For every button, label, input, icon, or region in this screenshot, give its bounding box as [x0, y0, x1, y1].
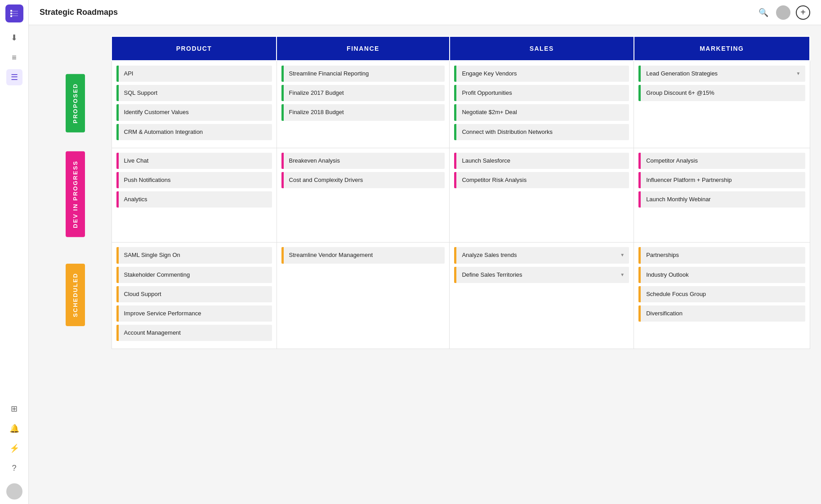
header-actions: 🔍 + — [756, 5, 810, 20]
card-text: Live Chat — [124, 157, 268, 165]
card-text: Launch Salesforce — [462, 157, 625, 165]
card-text: Competitor Analysis — [646, 157, 800, 165]
card[interactable]: Partnerships — [638, 247, 805, 263]
card-text: Account Management — [124, 329, 268, 337]
card[interactable]: Diversification — [638, 305, 805, 322]
cell-scheduled-product: SAML Single Sign OnStakeholder Commentin… — [112, 243, 277, 349]
sidebar-roadmap[interactable]: ☰ — [6, 69, 22, 85]
card[interactable]: Analytics — [116, 191, 272, 208]
card-text: Define Sales Territories — [462, 271, 617, 279]
sidebar: ⬇ ≡ ☰ ⊞ 🔔 ⚡ ? — [0, 0, 29, 504]
card-text: Stakeholder Commenting — [124, 271, 268, 279]
card-text: Streamline Financial Reporting — [289, 70, 441, 78]
card-text: Negotiate $2m+ Deal — [462, 108, 625, 116]
card-text: Industry Outlook — [646, 271, 800, 279]
card[interactable]: Competitor Analysis — [638, 153, 805, 169]
card[interactable]: Influencer Platform + Partnership — [638, 172, 805, 188]
cell-proposed-sales: Engage Key VendorsProfit OpportunitiesNe… — [450, 61, 634, 148]
sidebar-lightning[interactable]: ⚡ — [6, 440, 22, 456]
card-text: Cost and Complexity Drivers — [289, 176, 441, 184]
app-logo[interactable] — [5, 4, 23, 22]
card[interactable]: SAML Single Sign On — [116, 247, 272, 263]
sidebar-bell[interactable]: 🔔 — [6, 420, 22, 437]
cell-scheduled-sales: Analyze Sales trends▼Define Sales Territ… — [450, 243, 634, 349]
card[interactable]: API — [116, 66, 272, 82]
card[interactable]: Competitor Risk Analysis — [454, 172, 629, 188]
card[interactable]: Breakeven Analysis — [281, 153, 445, 169]
card[interactable]: Cost and Complexity Drivers — [281, 172, 445, 188]
col-header-marketing: MARKETING — [634, 36, 810, 61]
card[interactable]: Profit Opportunities — [454, 85, 629, 101]
sidebar-list[interactable]: ≡ — [6, 49, 22, 66]
card[interactable]: Push Notifications — [116, 172, 272, 188]
content-area: PRODUCT FINANCE SALES MARKETING PROPOSED… — [29, 25, 821, 504]
card[interactable]: Improve Service Performance — [116, 305, 272, 322]
sidebar-user-add[interactable]: ⊞ — [6, 401, 22, 417]
user-avatar[interactable] — [776, 5, 790, 20]
sidebar-download[interactable]: ⬇ — [6, 30, 22, 46]
card-text: SAML Single Sign On — [124, 251, 268, 259]
cell-dev-in-progress-sales: Launch SalesforceCompetitor Risk Analysi… — [450, 148, 634, 243]
card[interactable]: Streamline Vendor Management — [281, 247, 445, 263]
cell-dev-in-progress-finance: Breakeven AnalysisCost and Complexity Dr… — [277, 148, 450, 243]
card[interactable]: Group Discount 6+ @15% — [638, 85, 805, 101]
cell-dev-in-progress-marketing: Competitor AnalysisInfluencer Platform +… — [634, 148, 810, 243]
col-header-finance: FINANCE — [277, 36, 450, 61]
cell-proposed-marketing: Lead Generation Strategies▼Group Discoun… — [634, 61, 810, 148]
card-text: Influencer Platform + Partnership — [646, 176, 800, 184]
card-text: Schedule Focus Group — [646, 290, 800, 298]
sidebar-help[interactable]: ? — [6, 460, 22, 476]
main-area: Strategic Roadmaps 🔍 + PRODUCT FINANCE S… — [29, 0, 821, 504]
card[interactable]: Live Chat — [116, 153, 272, 169]
col-header-product: PRODUCT — [112, 36, 277, 61]
card[interactable]: Launch Salesforce — [454, 153, 629, 169]
card[interactable]: Finalize 2018 Budget — [281, 104, 445, 120]
add-button[interactable]: + — [796, 5, 810, 20]
card-text: API — [124, 70, 268, 78]
card-text: Lead Generation Strategies — [646, 70, 793, 78]
card-text: Analytics — [124, 195, 268, 203]
svg-rect-0 — [10, 10, 12, 12]
card-text: Group Discount 6+ @15% — [646, 89, 800, 97]
card-text: Competitor Risk Analysis — [462, 176, 625, 184]
row-label-proposed: PROPOSED — [40, 61, 112, 148]
card[interactable]: Analyze Sales trends▼ — [454, 247, 629, 263]
card[interactable]: Finalize 2017 Budget — [281, 85, 445, 101]
card[interactable]: Identify Customer Values — [116, 104, 272, 120]
row-label-text-proposed: PROPOSED — [66, 74, 85, 133]
card[interactable]: Account Management — [116, 325, 272, 341]
card[interactable]: Industry Outlook — [638, 267, 805, 283]
card-text: Analyze Sales trends — [462, 251, 617, 259]
svg-rect-1 — [10, 13, 12, 14]
card[interactable]: Cloud Support — [116, 286, 272, 302]
search-icon[interactable]: 🔍 — [756, 5, 771, 20]
card-text: Streamline Vendor Management — [289, 251, 441, 259]
card-text: Diversification — [646, 309, 800, 318]
card-text: CRM & Automation Integration — [124, 128, 268, 136]
roadmap-table: PRODUCT FINANCE SALES MARKETING PROPOSED… — [40, 36, 810, 349]
sidebar-avatar[interactable] — [6, 483, 22, 500]
card[interactable]: CRM & Automation Integration — [116, 124, 272, 140]
card[interactable]: Streamline Financial Reporting — [281, 66, 445, 82]
card[interactable]: Define Sales Territories▼ — [454, 267, 629, 283]
card-text: Push Notifications — [124, 176, 268, 184]
row-label-scheduled: SCHEDULED — [40, 243, 112, 349]
card[interactable]: Launch Monthly Webinar — [638, 191, 805, 208]
card[interactable]: Engage Key Vendors — [454, 66, 629, 82]
logo-icon — [9, 8, 20, 19]
page-title: Strategic Roadmaps — [40, 8, 749, 17]
card-text: Launch Monthly Webinar — [646, 195, 800, 203]
cell-proposed-product: APISQL SupportIdentify Customer ValuesCR… — [112, 61, 277, 148]
card-text: Finalize 2018 Budget — [289, 108, 441, 116]
card-text: Engage Key Vendors — [462, 70, 625, 78]
card[interactable]: Schedule Focus Group — [638, 286, 805, 302]
cell-scheduled-marketing: PartnershipsIndustry OutlookSchedule Foc… — [634, 243, 810, 349]
card[interactable]: Lead Generation Strategies▼ — [638, 66, 805, 82]
row-label-text-dev-in-progress: DEV IN PROGRESS — [66, 151, 85, 237]
card[interactable]: Negotiate $2m+ Deal — [454, 104, 629, 120]
card[interactable]: Connect with Distribution Networks — [454, 124, 629, 140]
card[interactable]: Stakeholder Commenting — [116, 267, 272, 283]
header: Strategic Roadmaps 🔍 + — [29, 0, 821, 25]
cell-dev-in-progress-product: Live ChatPush NotificationsAnalytics — [112, 148, 277, 243]
card[interactable]: SQL Support — [116, 85, 272, 101]
